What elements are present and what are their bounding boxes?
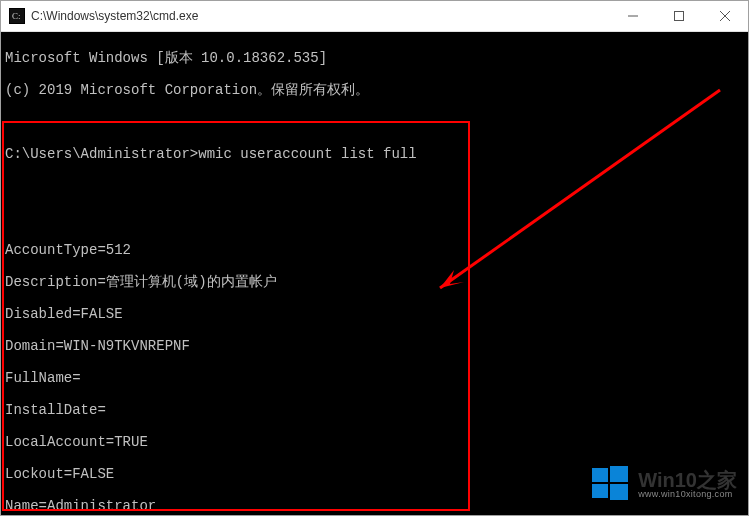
- output-line: Description=管理计算机(域)的内置帐户: [5, 274, 744, 290]
- cmd-window: C: C:\Windows\system32\cmd.exe Microsoft…: [0, 0, 749, 516]
- svg-rect-11: [610, 484, 628, 500]
- prompt: C:\Users\Administrator>: [5, 146, 198, 162]
- output-line: Microsoft Windows [版本 10.0.18362.535]: [5, 50, 744, 66]
- output-line: [5, 178, 744, 194]
- windows-logo-icon: [590, 464, 630, 504]
- output-line: Domain=WIN-N9TKVNREPNF: [5, 338, 744, 354]
- output-line: FullName=: [5, 370, 744, 386]
- titlebar: C: C:\Windows\system32\cmd.exe: [1, 1, 748, 32]
- svg-rect-8: [592, 468, 608, 482]
- svg-rect-9: [610, 466, 628, 482]
- window-controls: [610, 1, 748, 31]
- output-line: [5, 114, 744, 130]
- cmd-icon: C:: [9, 8, 25, 24]
- output-line: LocalAccount=TRUE: [5, 434, 744, 450]
- svg-rect-10: [592, 484, 608, 498]
- output-line: [5, 210, 744, 226]
- maximize-button[interactable]: [656, 1, 702, 31]
- output-line: AccountType=512: [5, 242, 744, 258]
- output-line: InstallDate=: [5, 402, 744, 418]
- minimize-button[interactable]: [610, 1, 656, 31]
- window-title: C:\Windows\system32\cmd.exe: [31, 9, 610, 23]
- close-button[interactable]: [702, 1, 748, 31]
- svg-text:C:: C:: [12, 11, 21, 21]
- watermark: Win10之家 www.win10xitong.com: [590, 464, 737, 504]
- command-input[interactable]: wmic useraccount list full: [198, 146, 416, 162]
- output-line: Disabled=FALSE: [5, 306, 744, 322]
- svg-rect-4: [675, 12, 684, 21]
- terminal-output[interactable]: Microsoft Windows [版本 10.0.18362.535] (c…: [1, 32, 748, 515]
- output-line: (c) 2019 Microsoft Corporation。保留所有权利。: [5, 82, 744, 98]
- prompt-line: C:\Users\Administrator>wmic useraccount …: [5, 146, 744, 162]
- watermark-name: Win10之家: [638, 470, 737, 490]
- watermark-url: www.win10xitong.com: [638, 490, 737, 499]
